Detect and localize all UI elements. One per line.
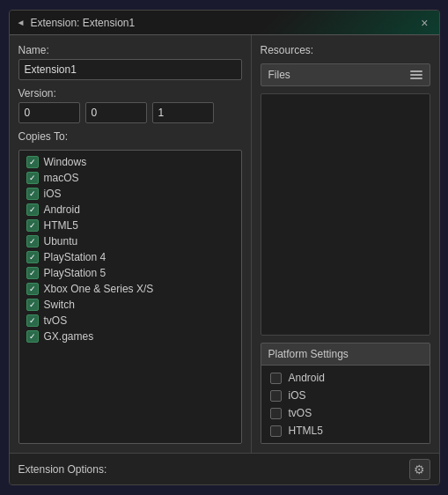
platform-label: Windows (44, 156, 87, 168)
extension-window: ◄ Extension: Extension1 × Name: Version:… (9, 10, 440, 485)
platform-item[interactable]: GX.games (19, 329, 241, 344)
platform-checkbox (26, 283, 39, 295)
platform-checkbox (26, 251, 39, 263)
platform-item[interactable]: PlayStation 4 (19, 249, 241, 265)
ps-platform-checkbox (270, 373, 282, 384)
platform-settings-section: Platform Settings AndroidiOStvOSHTML5 (261, 343, 430, 444)
title-bar: ◄ Extension: Extension1 × (10, 11, 439, 35)
platform-label: GX.games (44, 330, 94, 343)
platform-item[interactable]: Android (19, 202, 241, 218)
platform-settings-list: AndroidiOStvOSHTML5 (261, 366, 430, 444)
platform-checkbox (26, 267, 39, 279)
name-section: Name: (18, 44, 242, 80)
right-panel: Resources: Files Platform Settings Andro… (252, 35, 439, 453)
platform-item[interactable]: Xbox One & Series X/S (19, 281, 241, 297)
ps-platform-label: Android (289, 372, 325, 384)
version-patch-input[interactable] (152, 102, 214, 123)
platform-checkbox (26, 156, 39, 168)
bottom-bar: Extension Options: ⚙ (10, 453, 439, 484)
platform-item[interactable]: macOS (19, 170, 241, 186)
extension-options-label: Extension Options: (18, 463, 107, 476)
platform-settings-header: Platform Settings (261, 343, 430, 366)
copies-label: Copies To: (18, 130, 242, 143)
main-content: Name: Version: Copies To: WindowsmacOSiO… (10, 35, 439, 453)
ps-platform-item[interactable]: tvOS (261, 404, 430, 422)
platform-list: WindowsmacOSiOSAndroidHTML5UbuntuPlaySta… (18, 150, 242, 444)
files-content (261, 93, 430, 336)
platform-checkbox (26, 330, 39, 343)
version-section: Version: (18, 87, 242, 123)
platform-item[interactable]: Switch (19, 297, 241, 313)
platform-checkbox (26, 299, 39, 311)
close-button[interactable]: × (417, 15, 431, 31)
version-minor-input[interactable] (85, 102, 147, 123)
ps-platform-label: tvOS (289, 407, 312, 419)
gear-button[interactable]: ⚙ (409, 459, 430, 480)
files-header: Files (261, 63, 430, 86)
platform-checkbox (26, 172, 39, 184)
gear-icon: ⚙ (414, 462, 425, 477)
version-row (18, 102, 242, 123)
platform-checkbox (26, 203, 39, 216)
platform-checkbox (26, 235, 39, 248)
hamburger-icon[interactable] (410, 70, 422, 79)
window-title: Extension: Extension1 (30, 17, 135, 29)
platform-checkbox (26, 219, 39, 232)
version-label: Version: (18, 87, 242, 100)
platform-item[interactable]: Windows (19, 154, 241, 170)
ps-platform-checkbox (270, 390, 282, 402)
files-label: Files (268, 69, 290, 81)
ps-platform-label: HTML5 (289, 425, 323, 437)
platform-label: HTML5 (44, 219, 78, 232)
platform-item[interactable]: HTML5 (19, 218, 241, 233)
name-label: Name: (18, 44, 242, 56)
title-bar-left: ◄ Extension: Extension1 (17, 17, 136, 29)
platform-label: Xbox One & Series X/S (44, 283, 154, 295)
left-panel: Name: Version: Copies To: WindowsmacOSiO… (10, 35, 252, 453)
ps-platform-checkbox (270, 408, 282, 419)
platform-label: Android (44, 203, 80, 216)
platform-item[interactable]: iOS (19, 186, 241, 202)
platform-label: macOS (44, 172, 79, 184)
platform-label: PlayStation 5 (44, 267, 106, 279)
platform-checkbox (26, 188, 39, 200)
platform-label: Ubuntu (44, 235, 78, 248)
platform-label: iOS (44, 188, 62, 200)
platform-label: PlayStation 4 (44, 251, 106, 263)
ps-platform-checkbox (270, 425, 282, 437)
platform-item[interactable]: tvOS (19, 313, 241, 329)
platform-item[interactable]: Ubuntu (19, 233, 241, 249)
version-major-input[interactable] (18, 102, 80, 123)
ps-platform-item[interactable]: Android (261, 369, 430, 387)
name-input[interactable] (18, 59, 242, 80)
platform-label: tvOS (44, 314, 68, 327)
platform-checkbox (26, 314, 39, 327)
ps-platform-label: iOS (289, 389, 306, 402)
ps-platform-item[interactable]: HTML5 (261, 422, 430, 440)
platform-item[interactable]: PlayStation 5 (19, 265, 241, 281)
title-arrow-icon: ◄ (17, 18, 26, 27)
ps-platform-item[interactable]: iOS (261, 387, 430, 404)
resources-label: Resources: (261, 44, 430, 56)
platform-label: Switch (44, 299, 75, 311)
